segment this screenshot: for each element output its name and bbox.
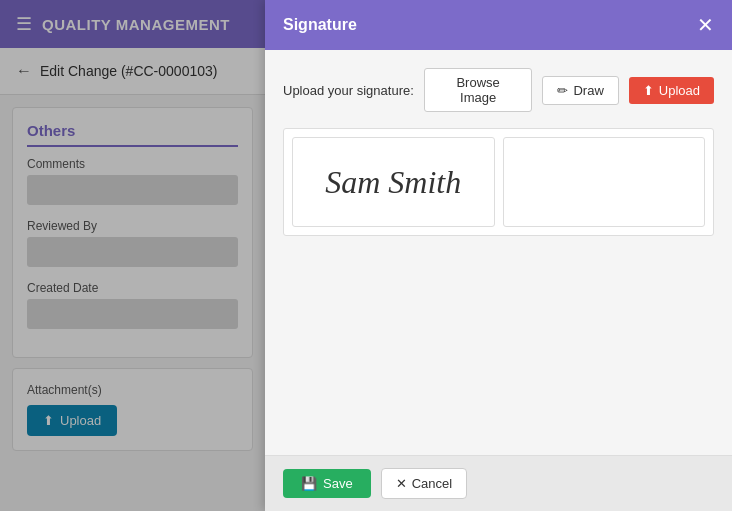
modal-close-button[interactable]: ✕ <box>697 15 714 35</box>
browse-image-button[interactable]: Browse Image <box>424 68 533 112</box>
draw-icon: ✏ <box>557 83 568 98</box>
cancel-button[interactable]: ✕ Cancel <box>381 468 467 499</box>
signature-modal: Signature ✕ Upload your signature: Brows… <box>265 0 732 511</box>
signature-canvases: Sam Smith <box>292 137 705 227</box>
draw-button[interactable]: ✏ Draw <box>542 76 618 105</box>
signature-upload-row: Upload your signature: Browse Image ✏ Dr… <box>283 68 714 112</box>
modal-footer: 💾 Save ✕ Cancel <box>265 455 732 511</box>
save-button-label: Save <box>323 476 353 491</box>
upload-signature-button[interactable]: ⬆ Upload <box>629 77 714 104</box>
modal-title: Signature <box>283 16 357 34</box>
signature-blank-canvas[interactable] <box>503 137 706 227</box>
signature-preview-canvas[interactable]: Sam Smith <box>292 137 495 227</box>
upload-label: Upload your signature: <box>283 83 414 98</box>
modal-header: Signature ✕ <box>265 0 732 50</box>
signature-text: Sam Smith <box>325 164 461 201</box>
cancel-button-label: Cancel <box>412 476 452 491</box>
upload-sig-icon: ⬆ <box>643 83 654 98</box>
signature-canvas-wrapper: Sam Smith <box>283 128 714 236</box>
draw-button-label: Draw <box>573 83 603 98</box>
modal-body: Upload your signature: Browse Image ✏ Dr… <box>265 50 732 455</box>
save-icon: 💾 <box>301 476 317 491</box>
upload-sig-label: Upload <box>659 83 700 98</box>
save-button[interactable]: 💾 Save <box>283 469 371 498</box>
cancel-icon: ✕ <box>396 476 407 491</box>
